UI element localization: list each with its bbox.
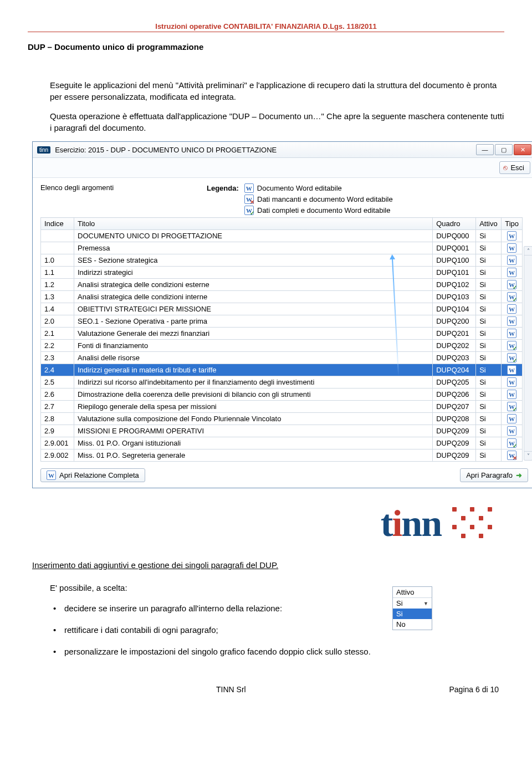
cell-indice: 1.0	[41, 254, 74, 267]
col-attivo[interactable]: Attivo	[476, 218, 502, 230]
cell-indice: 1.4	[41, 303, 74, 315]
open-full-report-button[interactable]: W Apri Relazione Completa	[40, 468, 145, 482]
open-full-report-label: Apri Relazione Completa	[59, 471, 139, 479]
cell-indice: 1.2	[41, 279, 74, 291]
cell-tipo[interactable]: W	[502, 449, 523, 462]
cell-tipo[interactable]: W	[502, 364, 523, 376]
cell-quadro: DUPQ206	[433, 389, 476, 401]
cell-tipo[interactable]: W	[502, 425, 523, 437]
cell-tipo[interactable]: W	[502, 376, 523, 389]
table-row[interactable]: 2.1Valutazione Generale dei mezzi finanz…	[41, 328, 523, 340]
word-icon[interactable]: W	[507, 280, 516, 289]
cell-tipo[interactable]: W	[502, 291, 523, 303]
arguments-table[interactable]: Indice Titolo Quadro Attivo Tipo DOCUMEN…	[40, 217, 523, 462]
word-icon[interactable]: W	[507, 426, 516, 436]
word-icon[interactable]: W	[507, 353, 516, 362]
word-icon[interactable]: W	[507, 231, 516, 241]
table-row[interactable]: 1.2Analisi strategica delle condizioni e…	[41, 279, 523, 291]
cell-attivo: Si	[476, 401, 502, 413]
word-icon[interactable]: W	[507, 268, 516, 277]
cell-quadro: DUPQ102	[433, 279, 476, 291]
table-row[interactable]: 2.2Fonti di finanziamentoDUPQ202SiW	[41, 340, 523, 352]
cell-attivo: Si	[476, 291, 502, 303]
word-icon[interactable]: W	[507, 438, 516, 448]
cell-tipo[interactable]: W	[502, 413, 523, 425]
cell-attivo: Si	[476, 242, 502, 254]
table-row[interactable]: DOCUMENTO UNICO DI PROGETTAZIONEDUPQ000S…	[41, 230, 523, 242]
word-icon[interactable]: W	[507, 255, 516, 265]
legenda: Legenda: W Documento Word editabile W Da…	[207, 183, 393, 215]
word-icon[interactable]: W	[507, 402, 516, 411]
word-icon[interactable]: W	[507, 243, 516, 253]
table-row[interactable]: 2.7Riepilogo generale della spesa per mi…	[41, 401, 523, 413]
cell-indice: 2.4	[41, 364, 74, 376]
cell-tipo[interactable]: W	[502, 401, 523, 413]
table-row[interactable]: 2.3Analisi delle risorseDUPQ203SiW	[41, 352, 523, 364]
cell-titolo: Miss. 01 P.O. Organi istituzionali	[74, 437, 433, 449]
word-icon[interactable]: W	[507, 365, 516, 375]
cell-quadro: DUPQ200	[433, 315, 476, 328]
cell-tipo[interactable]: W	[502, 279, 523, 291]
table-row[interactable]: 1.4OBIETTIVI STRATEGICI PER MISSIONEDUPQ…	[41, 303, 523, 315]
word-icon[interactable]: W	[507, 451, 516, 460]
bullet-0: decidere se inserire un paragrafo all'in…	[50, 602, 504, 614]
word-icon[interactable]: W	[507, 316, 516, 326]
esci-button[interactable]: ⎋ Esci	[499, 161, 530, 174]
cell-titolo: Valutazione sulla composizione del Fondo…	[74, 413, 433, 425]
cell-tipo[interactable]: W	[502, 315, 523, 328]
word-icon[interactable]: W	[507, 377, 516, 387]
table-row[interactable]: 2.9.002Miss. 01 P.O. Segreteria generale…	[41, 449, 523, 462]
word-icon[interactable]: W	[507, 304, 516, 314]
cell-titolo: Analisi delle risorse	[74, 352, 433, 364]
scroll-up-icon[interactable]: ˄	[524, 247, 532, 255]
cell-quadro: DUPQ204	[433, 364, 476, 376]
table-row[interactable]: 2.9MISSIONI E PROGRAMMI OPERATIVIDUPQ209…	[41, 425, 523, 437]
cell-attivo: Si	[476, 376, 502, 389]
cell-tipo[interactable]: W	[502, 328, 523, 340]
table-row[interactable]: 2.4Indirizzi generali in materia di trib…	[41, 364, 523, 376]
cell-tipo[interactable]: W	[502, 254, 523, 267]
table-row[interactable]: 2.8Valutazione sulla composizione del Fo…	[41, 413, 523, 425]
cell-tipo[interactable]: W	[502, 437, 523, 449]
cell-indice: 1.1	[41, 267, 74, 279]
table-row[interactable]: 2.0SEO.1 - Sezione Operativa - parte pri…	[41, 315, 523, 328]
cell-tipo[interactable]: W	[502, 242, 523, 254]
window-close-button[interactable]: ✕	[514, 144, 531, 155]
cell-tipo[interactable]: W	[502, 267, 523, 279]
word-icon[interactable]: W	[507, 329, 516, 338]
tinn-logo: tinn	[381, 508, 441, 538]
table-row[interactable]: 1.0SES - Sezione strategicaDUPQ100SiW	[41, 254, 523, 267]
table-row[interactable]: 1.3Analisi strategica delle condizioni i…	[41, 291, 523, 303]
table-row[interactable]: 1.1Indirizzi strategiciDUPQ101SiW	[41, 267, 523, 279]
table-row[interactable]: 2.6Dimostrazione della coerenza delle pr…	[41, 389, 523, 401]
open-paragraph-button[interactable]: Apri Paragrafo ➜	[460, 468, 528, 482]
col-tipo[interactable]: Tipo	[502, 218, 523, 230]
grid-scrollbar[interactable]: ˄ ˅	[524, 246, 532, 461]
word-icon[interactable]: W	[507, 341, 516, 350]
scroll-down-icon[interactable]: ˅	[524, 451, 532, 460]
cell-quadro: DUPQ203	[433, 352, 476, 364]
cell-titolo: SES - Sezione strategica	[74, 254, 433, 267]
cell-titolo: Analisi strategica delle condizioni este…	[74, 279, 433, 291]
cell-indice: 2.9.001	[41, 437, 74, 449]
window-titlebar[interactable]: tinn Esercizio: 2015 - DUP - DOCUMENTO U…	[33, 142, 532, 158]
col-indice[interactable]: Indice	[41, 218, 74, 230]
cell-quadro: DUPQ207	[433, 401, 476, 413]
table-row[interactable]: PremessaDUPQ001SiW	[41, 242, 523, 254]
col-quadro[interactable]: Quadro	[433, 218, 476, 230]
table-row[interactable]: 2.5Indirizzi sul ricorso all'indebitamen…	[41, 376, 523, 389]
word-icon[interactable]: W	[507, 390, 516, 399]
word-icon[interactable]: W	[507, 292, 516, 301]
cell-tipo[interactable]: W	[502, 303, 523, 315]
col-titolo[interactable]: Titolo	[74, 218, 433, 230]
body-para-2: Questa operazione è effettuata dall'appl…	[50, 110, 504, 134]
window-maximize-button[interactable]: ▢	[495, 144, 513, 155]
cell-tipo[interactable]: W	[502, 230, 523, 242]
window-minimize-button[interactable]: —	[476, 144, 494, 155]
cell-tipo[interactable]: W	[502, 389, 523, 401]
cell-tipo[interactable]: W	[502, 340, 523, 352]
word-icon[interactable]: W	[507, 414, 516, 423]
cell-titolo: Fonti di finanziamento	[74, 340, 433, 352]
table-row[interactable]: 2.9.001Miss. 01 P.O. Organi istituzional…	[41, 437, 523, 449]
cell-tipo[interactable]: W	[502, 352, 523, 364]
